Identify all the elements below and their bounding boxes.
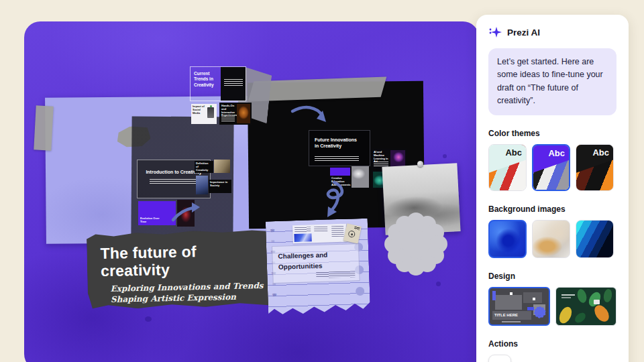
collage-image[interactable] [214, 160, 230, 173]
flower-icon [382, 210, 449, 278]
card-title: Impact of Social Media [193, 105, 205, 115]
color-theme-dark[interactable]: Abc [576, 144, 614, 191]
leaf-yellow [557, 304, 574, 324]
neon-image [390, 150, 405, 168]
section-label-actions: Actions [488, 339, 616, 349]
color-theme-row: Abc Abc Abc [488, 144, 616, 191]
purple-accent-block[interactable] [330, 168, 350, 176]
punch-hole [356, 287, 364, 296]
slide-body-text [150, 179, 199, 184]
slide-future-innovations[interactable]: Future Innovations in Creativity [309, 130, 370, 166]
notepad-caption [316, 271, 355, 278]
design-dot [533, 298, 535, 300]
prezi-ai-panel: Prezi AI Let’s get started. Here are som… [476, 15, 629, 362]
leaf-green [573, 310, 588, 324]
blue-abstract-thumbnail [294, 233, 311, 242]
background-beige-abstract[interactable] [532, 220, 570, 258]
design-row: TITLE HERE [488, 287, 616, 326]
card-definition-of-creativity[interactable]: Definition of Creativity [195, 161, 213, 173]
notepad-top-card[interactable] [292, 224, 347, 243]
section-label-design: Design [488, 272, 616, 281]
theme-abc-label: Abc [592, 147, 609, 158]
color-theme-purple-selected[interactable]: Abc [532, 144, 570, 191]
card-impact-social-media[interactable]: Impact of Social Media [191, 104, 217, 124]
design-green-leaves[interactable] [555, 287, 617, 326]
portrait-image[interactable] [177, 200, 195, 227]
design-blue-accent [492, 291, 496, 300]
mini-text [331, 226, 343, 237]
leaf-green [602, 288, 612, 303]
texture-speck [436, 282, 441, 286]
design-text-line [561, 297, 571, 298]
texture-speck [443, 154, 447, 158]
section-label-color-themes: Color themes [488, 129, 616, 138]
presentation-canvas[interactable]: Current Trends in Creativity Impact of S… [24, 21, 479, 362]
leaf-green [576, 288, 588, 304]
design-text-line [561, 294, 575, 296]
action-update-prompt[interactable]: Update your prompt [488, 355, 616, 362]
card-importance-in-society[interactable]: Importance in Society [209, 180, 231, 193]
workshop-image[interactable] [352, 166, 369, 188]
card-title: Creative Education Advancements [331, 177, 347, 186]
slide-body-text [315, 156, 359, 161]
slide-title: Current Trends in Creativity [194, 71, 225, 88]
design-chip [594, 300, 600, 304]
slide-body-text [224, 79, 243, 86]
flower-shape[interactable] [382, 210, 449, 278]
theme-abc-label: Abc [548, 148, 565, 158]
sparkle-icon [488, 25, 502, 39]
background-blue-swirl-selected[interactable] [488, 220, 527, 258]
section-label-background-images: Background images [488, 204, 616, 214]
background-dark-geometric[interactable] [576, 220, 614, 258]
slide-title: Future Innovations in Creativity [315, 137, 359, 149]
design-blue-accent [527, 307, 534, 310]
card-title: Evolution Over Time [140, 217, 160, 223]
design-dot [510, 292, 513, 295]
spiral-sticker[interactable] [343, 223, 362, 243]
design-title-text: TITLE HERE [492, 311, 531, 320]
craft-image [237, 104, 250, 123]
card-body-text [221, 117, 235, 122]
design-flower-icon [534, 306, 546, 318]
card-hands-on[interactable]: Hands-On and Interactive Experiences [219, 103, 252, 125]
presentation-title: The future of creativity [100, 241, 255, 280]
notepad-title: Challenges and Opportunities [278, 249, 352, 272]
card-creative-education[interactable]: Creative Education Advancements [330, 176, 350, 188]
texture-speck [145, 316, 152, 322]
panel-header: Prezi AI [488, 25, 616, 39]
phone-image [207, 107, 214, 118]
mini-text [294, 227, 311, 233]
theme-abc-label: Abc [505, 147, 522, 158]
green-dot [210, 105, 212, 107]
card-title: Importance in Society [210, 181, 229, 188]
design-rect [495, 295, 522, 310]
card-evolution-over-time[interactable]: Evolution Over Time [138, 201, 176, 225]
panel-title: Prezi AI [507, 27, 540, 38]
card-title: Definition of Creativity [196, 162, 211, 172]
scribble [354, 227, 360, 231]
tape-strip-left[interactable] [34, 105, 53, 150]
card-title: Hands-On and Interactive Experiences [221, 105, 236, 117]
mini-text [314, 227, 327, 233]
design-subtitle-line [502, 321, 521, 322]
slide-current-trends[interactable]: Current Trends in Creativity [190, 66, 246, 101]
design-gray-collage-selected[interactable]: TITLE HERE [488, 287, 550, 326]
notepad-title-box[interactable]: Challenges and Opportunities [272, 243, 360, 284]
pencil-icon-button[interactable] [488, 355, 511, 362]
blue-image[interactable] [196, 176, 208, 194]
color-theme-light[interactable]: Abc [488, 144, 527, 191]
notepad-challenges[interactable]: ☎✉☎✉☎✉☎ Challenges and Opportunities [266, 219, 370, 317]
background-image-row [488, 220, 616, 258]
ai-message-bubble: Let’s get started. Here are some ideas t… [488, 48, 616, 115]
push-pin [417, 161, 423, 167]
